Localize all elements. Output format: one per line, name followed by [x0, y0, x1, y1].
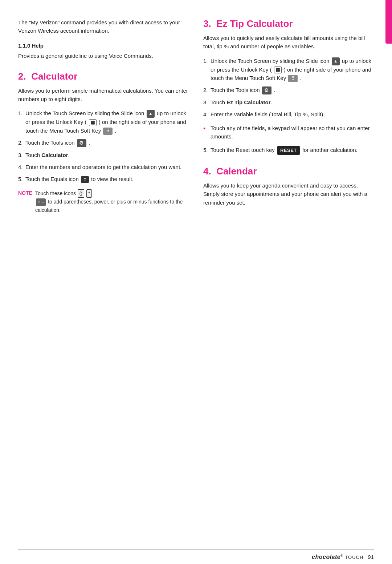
step-text: Touch Ez Tip Calculator. — [211, 99, 272, 105]
subsection-body: Provides a general guideline to using Vo… — [18, 52, 189, 60]
page: The “My Verizon” command provides you wi… — [0, 0, 392, 564]
step-text: Enter the numbers and operators to get t… — [25, 164, 181, 170]
note-content: Touch these icons () ^ + − to add parent… — [35, 189, 189, 214]
equals-icon — [81, 176, 89, 183]
eztip-bold: Ez Tip Calculator — [226, 99, 270, 105]
pink-bookmark — [385, 0, 392, 44]
eztip-step-2: 2. Touch the Tools icon . — [203, 86, 374, 94]
step-text: Touch the Equals icon to view the result… — [25, 176, 134, 182]
eztip-bullets: Touch any of the fields, a keypad will a… — [203, 124, 374, 141]
right-column: 3. Ez Tip Calculator Allows you to quick… — [203, 18, 374, 542]
slide-icon — [332, 57, 340, 65]
subsection-heading: 1.1.0 Help — [18, 43, 189, 49]
paren-icon: () — [78, 189, 84, 198]
step-num: 5. — [18, 175, 23, 183]
eztip-bullet-1: Touch any of the fields, a keypad will a… — [203, 124, 374, 141]
eztip-step-3: 3. Touch Ez Tip Calculator. — [203, 98, 374, 106]
calculator-steps: 1. Unlock the Touch Screen by sliding th… — [18, 109, 189, 183]
calculator-heading: 2. Calculator — [18, 71, 189, 82]
brand-name: chocolate — [312, 554, 340, 560]
note-block: NOTE Touch these icons () ^ + − to add p… — [18, 189, 189, 214]
plusminus-icon: + − — [36, 198, 46, 206]
step-num: 1. — [203, 57, 208, 65]
calc-step-4: 4. Enter the numbers and operators to ge… — [18, 163, 189, 171]
brand-logo: chocolate® TOUCH — [312, 554, 363, 560]
content-area: The “My Verizon” command provides you wi… — [0, 0, 392, 549]
calc-step-5: 5. Touch the Equals icon to view the res… — [18, 175, 189, 183]
calculator-intro: Allows you to perform simple mathematica… — [18, 86, 189, 104]
calc-step-1: 1. Unlock the Touch Screen by sliding th… — [18, 109, 189, 135]
step-text: Unlock the Touch Screen by sliding the S… — [25, 110, 186, 133]
tools-icon — [77, 139, 86, 147]
calc-step-2: 2. Touch the Tools icon . — [18, 138, 189, 147]
step-text: Enter the variable fields (Total Bill, T… — [211, 111, 324, 117]
step-num: 2. — [18, 138, 23, 147]
step-text: Unlock the Touch Screen by sliding the S… — [211, 58, 371, 81]
step-num: 4. — [203, 110, 208, 118]
eztip-steps-2: 5. Touch the Reset touch key RESET for a… — [203, 146, 374, 155]
eztip-intro: Allows you to quickly and easily calcula… — [203, 34, 374, 51]
calendar-intro: Allows you to keep your agenda convenien… — [203, 181, 374, 207]
step-num: 3. — [18, 151, 23, 159]
brand-touch: TOUCH — [345, 555, 363, 560]
step-text: Touch the Tools icon . — [211, 87, 275, 93]
eztip-steps: 1. Unlock the Touch Screen by sliding th… — [203, 57, 374, 119]
step-num: 1. — [18, 109, 23, 117]
slide-icon — [147, 110, 155, 118]
left-column: The “My Verizon” command provides you wi… — [18, 18, 189, 542]
step-text: Touch the Tools icon . — [25, 140, 90, 146]
step-num: 3. — [203, 98, 208, 106]
eztip-step-1: 1. Unlock the Touch Screen by sliding th… — [203, 57, 374, 82]
page-number: 91 — [368, 554, 374, 560]
step-num: 5. — [203, 146, 208, 154]
caret-icon: ^ — [86, 189, 92, 198]
eztip-step-4: 4. Enter the variable fields (Total Bill… — [203, 110, 374, 118]
step-text: Touch Calculator. — [25, 152, 70, 158]
note-label: NOTE — [18, 189, 32, 214]
reset-button: RESET — [277, 146, 300, 155]
calc-step-3: 3. Touch Calculator. — [18, 151, 189, 159]
menu-softkey-icon — [103, 128, 113, 135]
step-text: Touch the Reset touch key RESET for anot… — [211, 147, 358, 153]
step-num: 4. — [18, 163, 23, 171]
step-num: 2. — [203, 86, 208, 94]
footer: chocolate® TOUCH 91 — [0, 550, 392, 564]
eztip-heading: 3. Ez Tip Calculator — [203, 18, 374, 29]
eztip-step-5: 5. Touch the Reset touch key RESET for a… — [203, 146, 374, 155]
tools-icon — [262, 86, 271, 94]
unlock-key-icon: ▩ — [274, 67, 282, 74]
calendar-heading: 4. Calendar — [203, 166, 374, 177]
unlock-key-icon: ▩ — [89, 119, 97, 126]
calculator-bold: Calculator — [41, 152, 68, 158]
menu-softkey-icon — [288, 75, 298, 82]
intro-text: The “My Verizon” command provides you wi… — [18, 18, 189, 35]
